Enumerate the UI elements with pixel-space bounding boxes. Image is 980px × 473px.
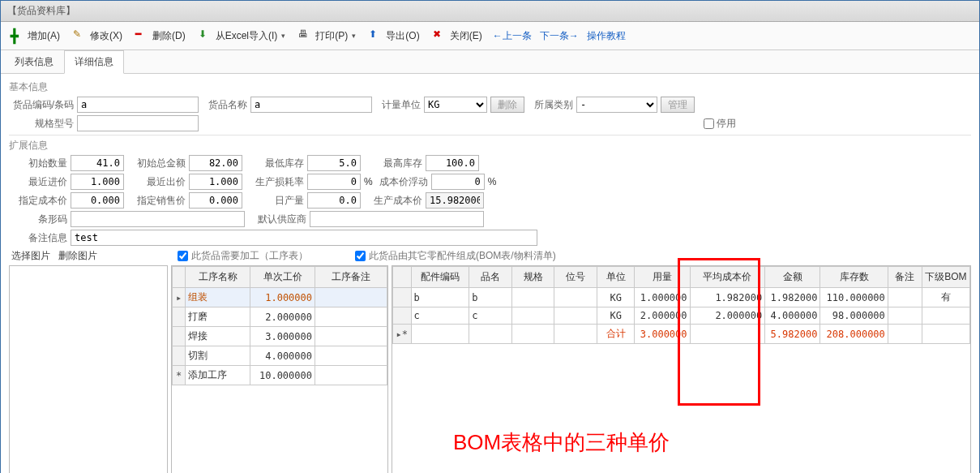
- bom-col-amount: 金额: [765, 267, 820, 288]
- init-total-input[interactable]: [189, 155, 242, 171]
- fixed-sale-label: 指定销售价: [127, 194, 186, 208]
- init-qty-input[interactable]: [71, 155, 124, 171]
- table-row[interactable]: ▸组装1.000000: [173, 288, 387, 307]
- table-row[interactable]: 打磨2.000000: [173, 307, 387, 327]
- category-label: 所属类别: [528, 98, 573, 112]
- table-row-new[interactable]: *添加工序10.000000: [173, 366, 387, 385]
- choose-pic-link[interactable]: 选择图片: [11, 249, 50, 263]
- cost-float-input[interactable]: [431, 174, 485, 190]
- last-in-price-label: 最近进价: [9, 175, 67, 189]
- init-qty-label: 初始数量: [9, 157, 67, 170]
- bom-col-spec: 规格: [511, 267, 554, 288]
- code-input[interactable]: [77, 97, 199, 113]
- print-button[interactable]: 🖶打印(P)▾: [293, 25, 361, 46]
- bom-col-avgcost: 平均成本价: [690, 267, 765, 288]
- export-button[interactable]: ⬆导出(O): [364, 25, 424, 46]
- edit-button[interactable]: ✎修改(X): [68, 25, 127, 46]
- spec-label: 规格型号: [9, 117, 74, 131]
- uom-delete-button[interactable]: 删除: [490, 97, 524, 113]
- proc-col-remark: 工序备注: [315, 267, 387, 288]
- name-input[interactable]: [250, 97, 372, 113]
- category-select[interactable]: -: [576, 97, 657, 113]
- tab-detail[interactable]: 详细信息: [64, 50, 124, 74]
- delete-button[interactable]: ━删除(D): [131, 25, 190, 46]
- barcode-input[interactable]: [71, 211, 245, 227]
- fixed-cost-input[interactable]: [71, 192, 124, 209]
- max-stock-input[interactable]: [426, 155, 479, 171]
- next-record-link[interactable]: 下一条→: [540, 29, 579, 43]
- ext-section-label: 扩展信息: [9, 139, 971, 153]
- fixed-sale-input[interactable]: [189, 192, 242, 209]
- table-row[interactable]: 切割4.000000: [173, 346, 387, 366]
- remark-input[interactable]: [71, 230, 537, 246]
- basic-section-label: 基本信息: [9, 80, 971, 94]
- remark-label: 备注信息: [9, 231, 67, 245]
- bom-grid[interactable]: 配件编码 品名 规格 位号 单位 用量 平均成本价 金额 库存数 备注 下级BO…: [392, 266, 970, 344]
- last-out-price-label: 最近出价: [127, 175, 186, 189]
- prod-cost-display: [426, 192, 484, 209]
- process-check[interactable]: 此货品需要加工（工序表）: [178, 249, 308, 263]
- loss-rate-label: 生产损耗率: [246, 175, 304, 189]
- close-button[interactable]: ✖关闭(E): [428, 25, 487, 46]
- uom-label: 计量单位: [375, 98, 421, 112]
- init-total-label: 初始总金额: [127, 157, 186, 170]
- prev-record-link[interactable]: ←上一条: [493, 29, 532, 43]
- day-output-label: 日产量: [246, 194, 304, 208]
- tab-list[interactable]: 列表信息: [4, 50, 64, 73]
- process-panel: 工序名称 单次工价 工序备注 ▸组装1.000000打磨2.000000焊接3.…: [171, 265, 388, 473]
- table-row-sum: ▸*合计3.0000005.982000208.000000: [393, 325, 970, 344]
- min-stock-label: 最低库存: [246, 157, 304, 170]
- category-manage-button[interactable]: 管理: [661, 97, 695, 113]
- proc-col-name: 工序名称: [186, 267, 250, 288]
- last-in-price-input[interactable]: [71, 174, 124, 190]
- barcode-label: 条形码: [9, 213, 67, 226]
- disable-check[interactable]: 停用: [704, 117, 736, 131]
- bom-col-name: 品名: [469, 267, 512, 288]
- bom-col-pos: 位号: [554, 267, 597, 288]
- table-row[interactable]: ccKG2.0000002.0000004.00000098.000000: [393, 307, 970, 325]
- proc-col-price: 单次工价: [250, 267, 315, 288]
- percent-2: %: [488, 176, 497, 187]
- day-output-input[interactable]: [307, 192, 361, 209]
- percent-1: %: [364, 176, 373, 187]
- bom-col-code: 配件编码: [411, 267, 469, 288]
- uom-select[interactable]: KG: [424, 97, 487, 113]
- def-supplier-label: 默认供应商: [248, 213, 306, 226]
- delete-pic-link[interactable]: 删除图片: [58, 249, 97, 263]
- last-out-price-input[interactable]: [189, 174, 242, 190]
- bom-col-remark: 备注: [888, 267, 922, 288]
- spec-input[interactable]: [77, 115, 199, 131]
- min-stock-input[interactable]: [307, 155, 361, 171]
- table-row[interactable]: 焊接3.000000: [173, 327, 387, 346]
- annotation-text: BOM表格中的三种单价: [453, 428, 670, 457]
- main-toolbar: ╋增加(A) ✎修改(X) ━删除(D) ⬇从Excel导入(I)▾ 🖶打印(P…: [1, 22, 979, 50]
- table-row[interactable]: bbKG1.0000001.9820001.982000110.000000有: [393, 288, 970, 307]
- prod-cost-label: 生产成本价: [364, 194, 422, 208]
- add-button[interactable]: ╋增加(A): [6, 25, 65, 46]
- tab-strip: 列表信息 详细信息: [1, 50, 979, 74]
- bom-col-stock: 库存数: [820, 267, 888, 288]
- bom-col-subbom: 下级BOM: [922, 267, 969, 288]
- excel-import-button[interactable]: ⬇从Excel导入(I)▾: [194, 25, 291, 46]
- cost-float-label: 成本价浮动: [376, 175, 428, 189]
- fixed-cost-label: 指定成本价: [9, 194, 67, 208]
- bom-col-qty: 用量: [635, 267, 690, 288]
- picture-panel: [9, 265, 168, 473]
- name-label: 货品名称: [202, 98, 247, 112]
- def-supplier-input[interactable]: [310, 211, 484, 227]
- window-title: 【货品资料库】: [1, 1, 979, 22]
- loss-rate-input[interactable]: [307, 174, 361, 190]
- help-link[interactable]: 操作教程: [587, 29, 626, 43]
- bom-col-uom: 单位: [597, 267, 635, 288]
- max-stock-label: 最高库存: [364, 157, 422, 170]
- bom-panel: 配件编码 品名 规格 位号 单位 用量 平均成本价 金额 库存数 备注 下级BO…: [392, 265, 971, 473]
- code-label: 货品编码/条码: [9, 98, 74, 112]
- process-grid[interactable]: 工序名称 单次工价 工序备注 ▸组装1.000000打磨2.000000焊接3.…: [172, 266, 387, 385]
- bom-check[interactable]: 此货品由其它零配件组成(BOM表/物料清单): [355, 249, 556, 263]
